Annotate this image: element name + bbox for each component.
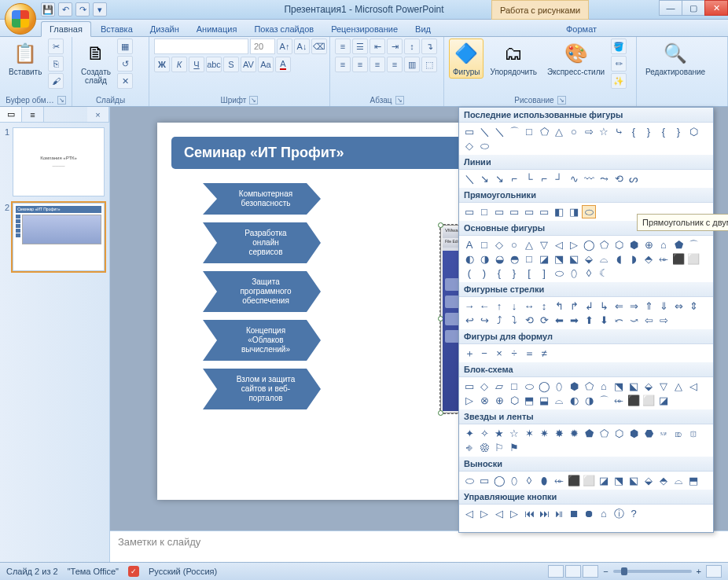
- shape-option[interactable]: ◁: [686, 380, 700, 393]
- shape-option[interactable]: ▭: [462, 125, 476, 138]
- shape-option[interactable]: □: [477, 205, 491, 218]
- maximize-button[interactable]: ▢: [682, 0, 705, 16]
- shape-option[interactable]: ⬰: [612, 394, 626, 407]
- delete-slide-icon[interactable]: ✕: [117, 73, 133, 89]
- shape-option[interactable]: △: [552, 125, 566, 138]
- shape-option[interactable]: ⏺: [582, 507, 596, 520]
- undo-icon[interactable]: ↶: [58, 2, 72, 17]
- shape-option[interactable]: }: [671, 125, 686, 138]
- shape-option[interactable]: ⬭: [462, 474, 476, 487]
- tab-animation[interactable]: Анимация: [189, 22, 245, 36]
- shape-option[interactable]: ◐: [567, 394, 581, 407]
- shape-option[interactable]: ⏹: [567, 507, 581, 520]
- clear-format-icon[interactable]: ⌫: [311, 39, 327, 54]
- shape-option[interactable]: ↘: [477, 172, 491, 185]
- shape-option[interactable]: ＝: [522, 347, 536, 360]
- zoom-slider[interactable]: [613, 570, 692, 573]
- minimize-button[interactable]: —: [659, 0, 682, 16]
- shape-option[interactable]: ◯: [582, 238, 596, 251]
- shape-option[interactable]: ⬢: [627, 427, 641, 440]
- shape-option[interactable]: ☾: [597, 266, 611, 280]
- shape-option[interactable]: ×: [492, 347, 506, 360]
- shape-option[interactable]: [: [522, 266, 536, 280]
- shape-option[interactable]: ⇕: [686, 299, 700, 313]
- shape-option[interactable]: ⌓: [597, 252, 611, 266]
- shape-option[interactable]: ↩: [462, 314, 476, 327]
- shape-option[interactable]: ⇒: [627, 299, 641, 313]
- shape-outline-icon[interactable]: ✏: [611, 56, 627, 72]
- dialog-launcher-icon[interactable]: ↘: [57, 96, 66, 105]
- shape-option[interactable]: A: [462, 238, 476, 251]
- panel-close-icon[interactable]: ×: [87, 107, 109, 122]
- shape-option[interactable]: ⬭: [522, 380, 536, 393]
- shape-option[interactable]: ←: [477, 299, 491, 313]
- shape-option[interactable]: ⬮: [537, 474, 551, 487]
- shape-option[interactable]: ◓: [507, 252, 521, 266]
- shape-option[interactable]: ⎄: [671, 427, 686, 440]
- align-left-icon[interactable]: ≡: [335, 57, 351, 72]
- shape-option[interactable]: ⤳: [597, 172, 611, 185]
- shape-option[interactable]: ✦: [462, 427, 476, 440]
- shape-option[interactable]: ↓: [507, 299, 521, 313]
- chevron-item[interactable]: Взлом и защита сайтов и веб- порталов: [203, 369, 321, 409]
- slides-tab-icon[interactable]: ▭: [0, 107, 22, 122]
- shape-option[interactable]: ▷: [507, 507, 521, 520]
- shape-option[interactable]: ⬢: [567, 380, 581, 393]
- chevron-item[interactable]: Разработка онлайн сервисов: [203, 222, 321, 263]
- shape-option[interactable]: ◪: [597, 474, 611, 487]
- shape-option[interactable]: →: [462, 299, 476, 313]
- shape-option[interactable]: ⊗: [477, 394, 491, 407]
- shape-option[interactable]: ▭: [492, 205, 506, 218]
- shape-option[interactable]: ↔: [522, 299, 536, 313]
- char-spacing-icon[interactable]: AV: [241, 57, 256, 72]
- shape-option[interactable]: ◁: [552, 238, 566, 251]
- change-case-icon[interactable]: Aa: [258, 57, 274, 72]
- shape-option[interactable]: ⇨: [656, 314, 671, 327]
- shape-option[interactable]: ◇: [462, 139, 476, 152]
- shape-option[interactable]: ⬘: [656, 474, 671, 487]
- shape-option[interactable]: {: [656, 125, 671, 138]
- shape-option[interactable]: ⬆: [582, 314, 596, 327]
- shape-option[interactable]: ⇔: [671, 299, 686, 313]
- slideshow-view-icon[interactable]: [583, 565, 598, 578]
- tab-view[interactable]: Вид: [407, 22, 439, 36]
- shape-effects-icon[interactable]: ✨: [611, 73, 627, 89]
- shape-option[interactable]: ⬣: [642, 427, 656, 440]
- chevron-item[interactable]: Защита программного обеспечения: [203, 271, 321, 312]
- shape-option[interactable]: ✸: [552, 427, 566, 440]
- chevron-item[interactable]: Компьютерная безопасность: [203, 183, 321, 215]
- shape-option[interactable]: ⇐: [612, 299, 626, 313]
- spell-check-icon[interactable]: ✓: [128, 566, 139, 577]
- shape-option[interactable]: ＼: [477, 125, 491, 138]
- tab-review[interactable]: Рецензирование: [323, 22, 406, 36]
- shape-fill-icon[interactable]: 🪣: [611, 39, 627, 54]
- shape-option[interactable]: ⬛: [671, 252, 686, 266]
- shape-option[interactable]: ⚑: [507, 441, 521, 454]
- shape-option[interactable]: ⬜: [686, 252, 700, 266]
- shape-option[interactable]: ⓘ: [612, 507, 626, 520]
- font-family-select[interactable]: [154, 39, 248, 54]
- shape-option[interactable]: ◪: [656, 394, 671, 407]
- font-color-icon[interactable]: A: [275, 57, 291, 72]
- shape-option[interactable]: ▷: [477, 507, 491, 520]
- shape-option[interactable]: ⬕: [627, 474, 641, 487]
- reset-icon[interactable]: ↺: [117, 56, 133, 72]
- shape-option[interactable]: ⬙: [582, 252, 596, 266]
- shape-option[interactable]: ⬯: [552, 380, 566, 393]
- font-size-select[interactable]: 20: [250, 39, 275, 54]
- shape-option[interactable]: ⬡: [612, 238, 626, 251]
- shape-option[interactable]: ⬅: [552, 314, 566, 327]
- shape-option[interactable]: ⬢: [627, 238, 641, 251]
- shape-option[interactable]: ⬯: [567, 266, 581, 280]
- shape-option[interactable]: ⬠: [597, 238, 611, 251]
- italic-icon[interactable]: К: [171, 57, 187, 72]
- shape-option[interactable]: ⎅: [686, 427, 700, 440]
- shape-option[interactable]: ⇦: [642, 314, 656, 327]
- shape-option[interactable]: ⬛: [567, 474, 581, 487]
- shape-option[interactable]: ⬡: [612, 427, 626, 440]
- shape-option[interactable]: ⊕: [642, 238, 656, 251]
- shape-option[interactable]: {: [492, 266, 506, 280]
- shape-option[interactable]: ⇓: [656, 299, 671, 313]
- slide-canvas[interactable]: Семинар «ИТ Профит» Компьютерная безопас…: [157, 123, 495, 500]
- shape-option[interactable]: ◑: [477, 252, 491, 266]
